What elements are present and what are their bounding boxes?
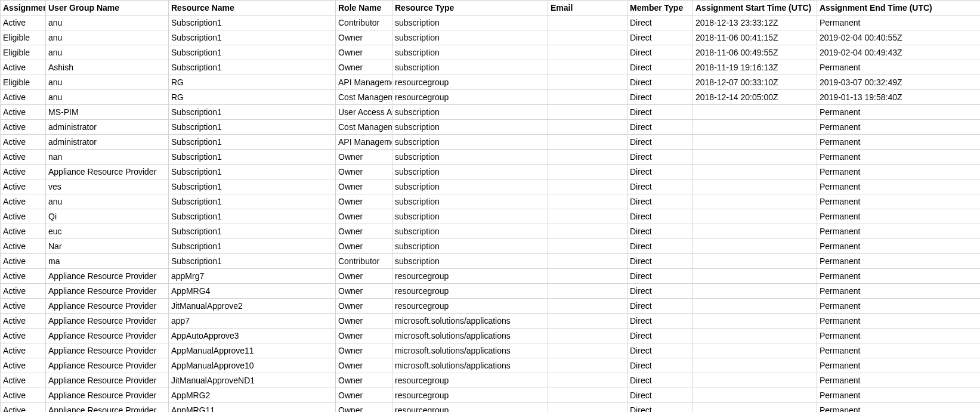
cell-end[interactable]: Permanent (817, 403, 981, 413)
cell-user[interactable]: Nar (46, 239, 169, 254)
cell-state[interactable]: Active (1, 165, 46, 179)
cell-role[interactable]: Owner (336, 45, 392, 60)
cell-role[interactable]: User Access Administrator (336, 105, 392, 120)
cell-user[interactable]: administrator (46, 135, 169, 150)
col-resource-name[interactable]: Resource Name (169, 1, 336, 16)
col-role-name[interactable]: Role Name (336, 1, 392, 16)
cell-start[interactable]: 2018-11-06 00:49:55Z (693, 45, 817, 60)
cell-email[interactable] (548, 135, 627, 150)
cell-state[interactable]: Active (1, 60, 46, 75)
cell-user[interactable]: Appliance Resource Provider (46, 358, 169, 373)
col-member-type[interactable]: Member Type (627, 1, 693, 16)
cell-type[interactable]: subscription (392, 179, 548, 194)
cell-state[interactable]: Active (1, 105, 46, 120)
cell-start[interactable] (693, 194, 817, 209)
cell-start[interactable] (693, 120, 817, 135)
cell-start[interactable] (693, 209, 817, 224)
cell-type[interactable]: subscription (392, 135, 548, 150)
cell-role[interactable]: Owner (336, 209, 392, 224)
cell-state[interactable]: Active (1, 194, 46, 209)
cell-member[interactable]: Direct (627, 239, 693, 254)
cell-resource[interactable]: Subscription1 (169, 179, 336, 194)
cell-user[interactable]: nan (46, 150, 169, 165)
cell-start[interactable]: 2018-12-13 23:33:12Z (693, 16, 817, 30)
cell-state[interactable]: Active (1, 403, 46, 413)
cell-member[interactable]: Direct (627, 269, 693, 284)
cell-email[interactable] (548, 30, 627, 45)
cell-resource[interactable]: AppAutoApprove3 (169, 329, 336, 343)
cell-user[interactable]: anu (46, 90, 169, 105)
cell-role[interactable]: Cost Management (336, 120, 392, 135)
cell-user[interactable]: Appliance Resource Provider (46, 165, 169, 179)
cell-role[interactable]: Owner (336, 269, 392, 284)
cell-email[interactable] (548, 16, 627, 30)
cell-end[interactable]: Permanent (817, 269, 981, 284)
cell-resource[interactable]: app7 (169, 314, 336, 329)
cell-end[interactable]: Permanent (817, 299, 981, 314)
cell-email[interactable] (548, 373, 627, 388)
cell-type[interactable]: subscription (392, 209, 548, 224)
cell-state[interactable]: Eligible (1, 30, 46, 45)
cell-state[interactable]: Active (1, 209, 46, 224)
table-row[interactable]: ActiveanuSubscription1OwnersubscriptionD… (1, 194, 981, 209)
table-row[interactable]: ActivevesSubscription1OwnersubscriptionD… (1, 179, 981, 194)
cell-member[interactable]: Direct (627, 403, 693, 413)
cell-member[interactable]: Direct (627, 254, 693, 269)
table-row[interactable]: ActiveAppliance Resource ProviderJitManu… (1, 299, 981, 314)
cell-member[interactable]: Direct (627, 224, 693, 239)
cell-member[interactable]: Direct (627, 329, 693, 343)
cell-end[interactable]: Permanent (817, 224, 981, 239)
cell-type[interactable]: subscription (392, 30, 548, 45)
cell-member[interactable]: Direct (627, 90, 693, 105)
cell-resource[interactable]: AppMRG4 (169, 284, 336, 299)
cell-resource[interactable]: AppMRG11 (169, 403, 336, 413)
cell-email[interactable] (548, 150, 627, 165)
cell-member[interactable]: Direct (627, 45, 693, 60)
cell-email[interactable] (548, 165, 627, 179)
cell-end[interactable]: 2019-02-04 00:49:43Z (817, 45, 981, 60)
cell-user[interactable]: ma (46, 254, 169, 269)
cell-type[interactable]: resourcegroup (392, 403, 548, 413)
cell-user[interactable]: Appliance Resource Provider (46, 269, 169, 284)
cell-type[interactable]: resourcegroup (392, 75, 548, 90)
table-row[interactable]: ActiveadministratorSubscription1API Mana… (1, 135, 981, 150)
cell-start[interactable] (693, 343, 817, 358)
cell-type[interactable]: resourcegroup (392, 299, 548, 314)
cell-resource[interactable]: Subscription1 (169, 60, 336, 75)
cell-role[interactable]: Owner (336, 150, 392, 165)
cell-state[interactable]: Eligible (1, 75, 46, 90)
cell-start[interactable] (693, 373, 817, 388)
cell-role[interactable]: Owner (336, 224, 392, 239)
table-row[interactable]: EligibleanuRGAPI Managementresourcegroup… (1, 75, 981, 90)
cell-role[interactable]: Cost Management (336, 90, 392, 105)
cell-role[interactable]: Owner (336, 343, 392, 358)
cell-resource[interactable]: JitManualApproveND1 (169, 373, 336, 388)
table-row[interactable]: EligibleanuSubscription1Ownersubscriptio… (1, 45, 981, 60)
cell-email[interactable] (548, 209, 627, 224)
cell-end[interactable]: Permanent (817, 120, 981, 135)
cell-start[interactable] (693, 224, 817, 239)
cell-end[interactable]: Permanent (817, 135, 981, 150)
cell-user[interactable]: Appliance Resource Provider (46, 343, 169, 358)
cell-start[interactable] (693, 388, 817, 403)
cell-state[interactable]: Active (1, 254, 46, 269)
cell-role[interactable]: Owner (336, 373, 392, 388)
table-row[interactable]: ActiveAppliance Resource ProviderappMrg7… (1, 269, 981, 284)
cell-user[interactable]: MS-PIM (46, 105, 169, 120)
cell-user[interactable]: anu (46, 16, 169, 30)
table-row[interactable]: ActiveAppliance Resource ProviderAppAuto… (1, 329, 981, 343)
cell-member[interactable]: Direct (627, 299, 693, 314)
cell-start[interactable]: 2018-12-07 00:33:10Z (693, 75, 817, 90)
cell-start[interactable] (693, 254, 817, 269)
cell-type[interactable]: subscription (392, 105, 548, 120)
col-end-time[interactable]: Assignment End Time (UTC) (817, 1, 981, 16)
cell-email[interactable] (548, 254, 627, 269)
cell-resource[interactable]: Subscription1 (169, 239, 336, 254)
cell-user[interactable]: Appliance Resource Provider (46, 388, 169, 403)
cell-type[interactable]: microsoft.solutions/applications (392, 314, 548, 329)
cell-role[interactable]: Owner (336, 388, 392, 403)
cell-resource[interactable]: AppManualApprove10 (169, 358, 336, 373)
cell-end[interactable]: Permanent (817, 314, 981, 329)
cell-start[interactable] (693, 135, 817, 150)
cell-state[interactable]: Active (1, 299, 46, 314)
